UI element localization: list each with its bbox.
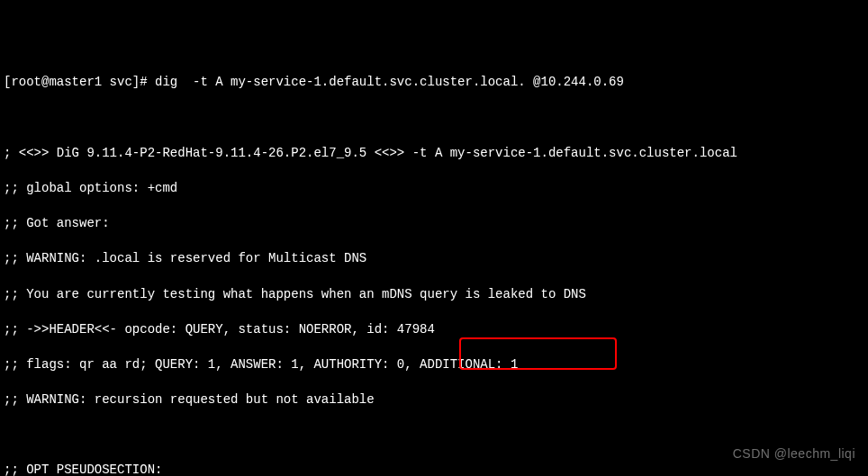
blank-line	[4, 110, 864, 128]
output-line: ;; WARNING: recursion requested but not …	[4, 391, 864, 409]
watermark-text: CSDN @leechm_liqi	[733, 445, 855, 463]
output-line: ; <<>> DiG 9.11.4-P2-RedHat-9.11.4-26.P2…	[4, 145, 864, 163]
output-line: ;; ->>HEADER<<- opcode: QUERY, status: N…	[4, 321, 864, 339]
output-line: ;; flags: qr aa rd; QUERY: 1, ANSWER: 1,…	[4, 356, 864, 374]
output-line: ;; You are currently testing what happen…	[4, 286, 864, 304]
blank-line	[4, 427, 864, 445]
prompt-and-command: [root@master1 svc]# dig -t A my-service-…	[4, 75, 624, 89]
command-line-1: [root@master1 svc]# dig -t A my-service-…	[4, 74, 864, 92]
output-line: ;; Got answer:	[4, 215, 864, 233]
output-line: ;; OPT PSEUDOSECTION:	[4, 462, 864, 476]
output-line: ;; global options: +cmd	[4, 180, 864, 198]
output-line: ;; WARNING: .local is reserved for Multi…	[4, 250, 864, 268]
